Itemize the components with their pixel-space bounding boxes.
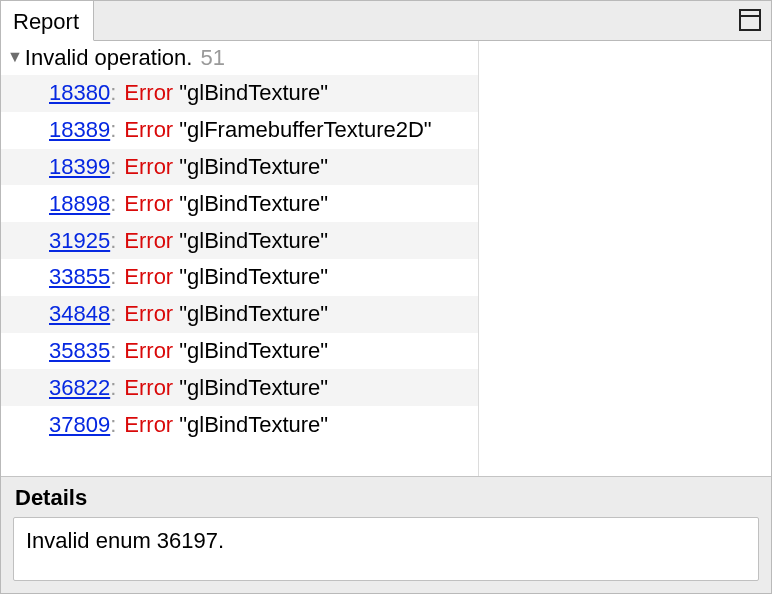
- frame-id-link[interactable]: 35835: [49, 338, 110, 364]
- row-severity: Error: [124, 80, 173, 106]
- tab-report-label: Report: [13, 9, 79, 35]
- row-severity: Error: [124, 191, 173, 217]
- row-colon: :: [110, 338, 116, 364]
- row-function-name: "glBindTexture": [179, 412, 328, 438]
- report-row[interactable]: 18389:Error"glFramebufferTexture2D": [1, 112, 478, 149]
- row-colon: :: [110, 375, 116, 401]
- tree-column-left: ▼ Invalid operation. 51 18380:Error"glBi…: [1, 41, 479, 476]
- row-severity: Error: [124, 301, 173, 327]
- row-severity: Error: [124, 117, 173, 143]
- maximize-icon[interactable]: [739, 9, 761, 31]
- report-row[interactable]: 35835:Error"glBindTexture": [1, 333, 478, 370]
- row-function-name: "glBindTexture": [179, 228, 328, 254]
- frame-id-link[interactable]: 37809: [49, 412, 110, 438]
- frame-id-link[interactable]: 18399: [49, 154, 110, 180]
- row-function-name: "glBindTexture": [179, 191, 328, 217]
- report-row[interactable]: 18380:Error"glBindTexture": [1, 75, 478, 112]
- group-title: Invalid operation.: [25, 45, 193, 71]
- frame-id-link[interactable]: 34848: [49, 301, 110, 327]
- report-row[interactable]: 18399:Error"glBindTexture": [1, 149, 478, 186]
- row-severity: Error: [124, 154, 173, 180]
- row-colon: :: [110, 228, 116, 254]
- row-function-name: "glBindTexture": [179, 80, 328, 106]
- report-row[interactable]: 18898:Error"glBindTexture": [1, 185, 478, 222]
- frame-id-link[interactable]: 18898: [49, 191, 110, 217]
- details-header: Details: [1, 476, 771, 517]
- row-severity: Error: [124, 228, 173, 254]
- frame-id-link[interactable]: 18380: [49, 80, 110, 106]
- frame-id-link[interactable]: 31925: [49, 228, 110, 254]
- tab-report[interactable]: Report: [1, 1, 94, 41]
- frame-id-link[interactable]: 18389: [49, 117, 110, 143]
- report-row[interactable]: 31925:Error"glBindTexture": [1, 222, 478, 259]
- row-severity: Error: [124, 375, 173, 401]
- row-function-name: "glBindTexture": [179, 264, 328, 290]
- row-severity: Error: [124, 264, 173, 290]
- row-function-name: "glBindTexture": [179, 154, 328, 180]
- report-row[interactable]: 36822:Error"glBindTexture": [1, 369, 478, 406]
- report-tree: ▼ Invalid operation. 51 18380:Error"glBi…: [1, 41, 771, 476]
- row-severity: Error: [124, 412, 173, 438]
- details-header-label: Details: [15, 485, 87, 510]
- report-row[interactable]: 33855:Error"glBindTexture": [1, 259, 478, 296]
- group-row-invalid-operation[interactable]: ▼ Invalid operation. 51: [1, 41, 478, 75]
- details-text-box: Invalid enum 36197.: [13, 517, 759, 581]
- details-text: Invalid enum 36197.: [26, 528, 224, 553]
- row-function-name: "glFramebufferTexture2D": [179, 117, 431, 143]
- row-colon: :: [110, 264, 116, 290]
- row-function-name: "glBindTexture": [179, 338, 328, 364]
- row-colon: :: [110, 154, 116, 180]
- tree-column-right: [479, 41, 771, 476]
- frame-id-link[interactable]: 36822: [49, 375, 110, 401]
- group-count: 51: [200, 45, 224, 71]
- report-row[interactable]: 37809:Error"glBindTexture": [1, 406, 478, 443]
- row-colon: :: [110, 80, 116, 106]
- disclosure-triangle-icon[interactable]: ▼: [7, 48, 23, 66]
- tab-bar: Report: [1, 1, 771, 41]
- report-panel: Report ▼ Invalid operation. 51 18380:Err…: [0, 0, 772, 594]
- frame-id-link[interactable]: 33855: [49, 264, 110, 290]
- row-severity: Error: [124, 338, 173, 364]
- details-body: Invalid enum 36197.: [1, 517, 771, 593]
- row-function-name: "glBindTexture": [179, 375, 328, 401]
- row-colon: :: [110, 117, 116, 143]
- row-colon: :: [110, 301, 116, 327]
- row-colon: :: [110, 412, 116, 438]
- report-row[interactable]: 34848:Error"glBindTexture": [1, 296, 478, 333]
- row-colon: :: [110, 191, 116, 217]
- row-function-name: "glBindTexture": [179, 301, 328, 327]
